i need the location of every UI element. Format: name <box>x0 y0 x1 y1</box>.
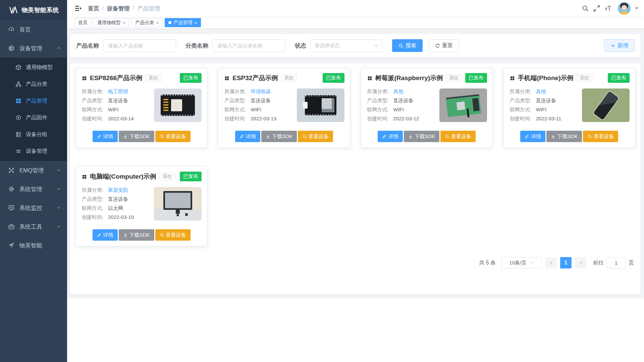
download-sdk-button[interactable]: 下载SDK <box>119 229 154 241</box>
category-link[interactable]: 其他 <box>536 87 546 96</box>
category-link[interactable]: 家居安防 <box>108 185 128 194</box>
product-image-phone <box>582 88 630 122</box>
product-image-art <box>592 90 620 121</box>
prev-page-button[interactable] <box>545 257 557 268</box>
sidebar-item-wumei[interactable]: 物美智能 <box>0 236 67 255</box>
search-button[interactable]: 搜索 <box>392 39 423 52</box>
product-title: ESP8266产品示例 <box>90 74 142 82</box>
reset-button[interactable]: 重置 <box>429 39 459 52</box>
sidebar-item-system-mgmt[interactable]: 系统管理 <box>0 180 67 198</box>
view-devices-button[interactable]: 查看设备 <box>155 131 191 142</box>
emq-nodes-icon <box>8 167 15 174</box>
view-devices-label: 查看设备 <box>309 133 329 140</box>
field-label: 所属分类: <box>82 87 108 96</box>
view-devices-button[interactable]: 查看设备 <box>155 229 191 241</box>
field-value: WIFI <box>536 105 547 114</box>
product-title: 电脑端(Computer)示例 <box>90 172 156 181</box>
sidebar-item-home[interactable]: 首页 <box>0 20 67 39</box>
download-icon <box>408 134 413 139</box>
detail-button[interactable]: 详情 <box>378 131 403 142</box>
sidebar-item-product-firmware[interactable]: 产品固件 <box>0 109 67 126</box>
view-devices-button[interactable]: 查看设备 <box>583 131 618 142</box>
close-icon[interactable]: × <box>123 20 125 25</box>
detail-button[interactable]: 详情 <box>93 131 118 142</box>
plus-icon <box>610 43 615 48</box>
detail-button[interactable]: 详情 <box>93 229 118 241</box>
goto-page-input[interactable] <box>606 257 626 268</box>
avatar-art <box>620 11 629 15</box>
edit-icon <box>97 233 102 237</box>
detail-button[interactable]: 详情 <box>520 131 545 142</box>
status-badge: 已发布 <box>465 73 487 83</box>
view-devices-label: 查看设备 <box>451 133 471 140</box>
sidebar-item-product-mgmt[interactable]: 产品管理 <box>0 93 67 109</box>
system-tag: 系统 <box>446 74 462 82</box>
product-title: 树莓派(Raspberry)示例 <box>375 74 443 82</box>
download-sdk-button[interactable]: 下载SDK <box>261 131 297 142</box>
detail-button[interactable]: 详情 <box>235 131 260 142</box>
field-label: 联网方式: <box>367 105 393 114</box>
field-label: 所属分类: <box>367 87 393 96</box>
tab-home[interactable]: 首页 <box>74 18 91 27</box>
sidebar-item-label: 通用物模型 <box>26 64 53 71</box>
user-avatar[interactable] <box>618 2 631 15</box>
grid-icon <box>82 174 87 179</box>
status-badge: 已发布 <box>180 73 202 83</box>
sidebar-item-thing-model[interactable]: 通用物模型 <box>0 59 67 76</box>
sidebar-item-device-group[interactable]: 设备分组 <box>0 126 67 143</box>
tab-product-category[interactable]: 产品分类 × <box>131 18 162 27</box>
sidebar-item-emq[interactable]: EMQ管理 <box>0 161 67 180</box>
page-size-select[interactable]: 10条/页 <box>501 257 542 268</box>
download-sdk-button[interactable]: 下载SDK <box>119 131 154 142</box>
filter-panel: 产品名称 分类名称 状态 请选择状态 搜索 <box>70 34 641 58</box>
view-devices-button[interactable]: 查看设备 <box>298 131 333 142</box>
download-sdk-button[interactable]: 下载SDK <box>404 131 439 142</box>
close-icon[interactable]: × <box>194 20 197 25</box>
sidebar-item-system-monitor[interactable]: 系统监控 <box>0 198 67 217</box>
breadcrumb-home[interactable]: 首页 <box>88 5 99 12</box>
tab-product-mgmt[interactable]: 产品管理 × <box>165 18 201 27</box>
sidebar-item-device-mgmt[interactable]: 设备管理 <box>0 39 67 58</box>
breadcrumb-current: 产品管理 <box>137 5 160 12</box>
page-number-button[interactable]: 1 <box>560 257 572 268</box>
sidebar-item-product-category[interactable]: 产品分类 <box>0 76 67 93</box>
font-size-icon[interactable] <box>604 5 612 12</box>
category-name-input[interactable] <box>212 39 285 52</box>
add-button[interactable]: 新增 <box>604 39 635 52</box>
category-link[interactable]: 环境电器 <box>251 87 271 96</box>
products-panel: ESP8266产品示例 系统 已发布 所属分类:电工照明 产品类型:直连设备 联… <box>70 63 641 295</box>
sidebar-collapse-icon[interactable] <box>74 5 82 12</box>
field-value: 2022-03-12 <box>393 114 419 123</box>
breadcrumb-device-mgmt[interactable]: 设备管理 <box>107 5 130 12</box>
sidebar-item-device-mgmt-sub[interactable]: 设备管理 <box>0 143 67 160</box>
status-select-placeholder: 请选择状态 <box>315 43 340 49</box>
next-page-button[interactable] <box>575 257 586 268</box>
app-logo[interactable]: 物美智能系统 <box>0 0 67 20</box>
product-image-art <box>163 191 192 210</box>
close-icon[interactable]: × <box>156 20 159 25</box>
category-link[interactable]: 其他 <box>393 87 404 96</box>
search-icon[interactable] <box>582 5 589 12</box>
sidebar-item-label: 设备管理 <box>19 45 42 52</box>
grid-icon <box>15 98 21 104</box>
app-root: 物美智能系统 首页 设备管理 通用物模型 <box>0 0 644 362</box>
product-card: 树莓派(Raspberry)示例 系统 已发布 所属分类:其他 产品类型:直连设… <box>361 68 493 148</box>
view-devices-button[interactable]: 查看设备 <box>440 131 476 142</box>
field-label: 产品类型: <box>82 194 108 203</box>
status-select[interactable]: 请选择状态 <box>310 39 383 52</box>
product-name-input[interactable] <box>103 39 176 52</box>
caret-down-icon[interactable] <box>635 7 639 10</box>
field-value: 直连设备 <box>536 96 556 105</box>
download-sdk-button[interactable]: 下载SDK <box>546 131 582 142</box>
fullscreen-icon[interactable] <box>593 5 600 12</box>
chevron-left-icon <box>549 261 553 265</box>
pagination: 共 5 条 10条/页 1 前往 页 <box>77 257 634 268</box>
category-link[interactable]: 电工照明 <box>108 87 128 96</box>
sidebar-item-system-tools[interactable]: 系统工具 <box>0 217 67 236</box>
field-value: 直连设备 <box>251 96 271 105</box>
sidebar-item-label: 设备分组 <box>26 131 47 138</box>
tab-thing-model[interactable]: 通用物模型 × <box>94 18 129 27</box>
product-title: ESP32产品示例 <box>232 74 278 82</box>
add-button-label: 新增 <box>618 42 628 49</box>
edit-icon <box>382 134 387 139</box>
